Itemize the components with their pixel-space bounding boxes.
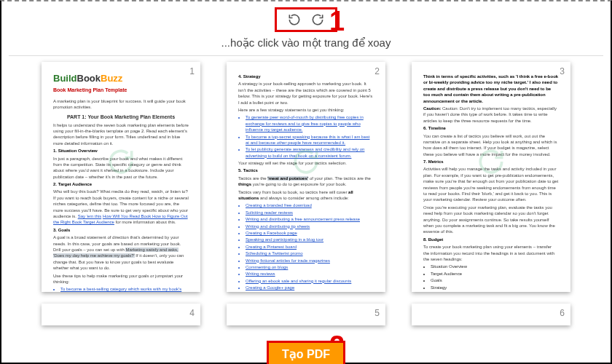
rotate-overlay-icon [105, 146, 137, 181]
page-number: 3 [560, 66, 565, 76]
page-thumbnail-5[interactable]: 5 [227, 304, 385, 325]
rotate-hint-text: ...hoặc click vào một trang để xoay [1, 36, 611, 50]
rotate-right-button[interactable] [307, 12, 328, 25]
page-thumbnail-6[interactable]: 6 [412, 304, 570, 325]
divider [9, 55, 603, 56]
page-thumbnail-3[interactable]: 3 Think in terms of specific activities,… [412, 62, 570, 292]
rotate-overlay-icon [475, 146, 507, 181]
page-thumbnail-2[interactable]: 2 4. Strategy A strategy is your book-se… [227, 62, 385, 292]
page-number: 1 [189, 66, 195, 76]
page-number: 2 [374, 66, 380, 76]
create-pdf-button[interactable]: Tạo PDF [267, 341, 345, 364]
page-thumbnail-1[interactable]: 1 BuildBookBuzz Book Marketing Plan Temp… [42, 62, 200, 292]
rotate-overlay-icon [290, 146, 322, 181]
rotate-left-button[interactable] [284, 12, 305, 25]
doc-subtitle: Book Marketing Plan Template [53, 87, 189, 94]
page-thumbnail-4[interactable]: 4 [42, 304, 200, 325]
callout-1: 1 [329, 6, 345, 37]
doc-logo: BuildBookBuzz [53, 72, 189, 85]
rotate-controls-highlight [275, 7, 337, 32]
